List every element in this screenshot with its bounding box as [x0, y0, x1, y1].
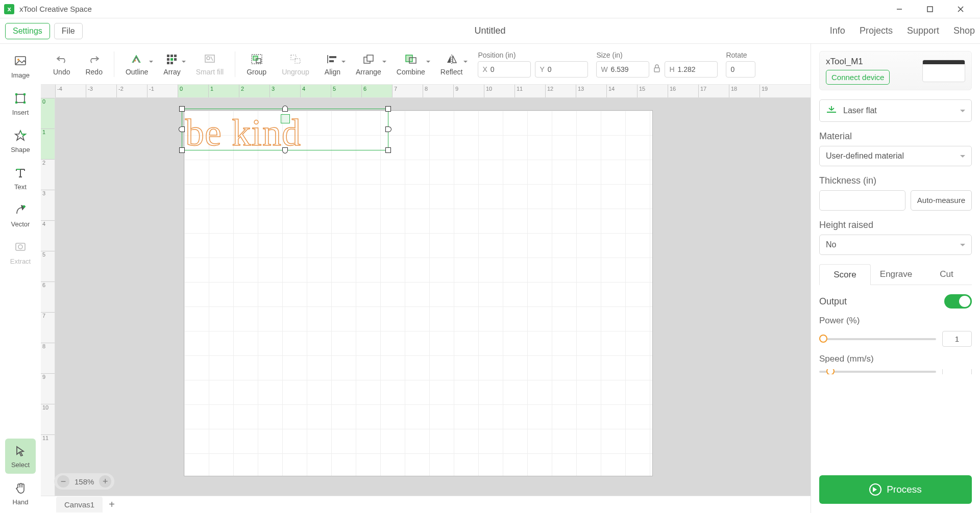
resize-handle-tr[interactable] — [385, 106, 391, 112]
thickness-input[interactable] — [819, 190, 905, 211]
svg-rect-34 — [367, 55, 373, 61]
tool-select[interactable]: Select — [5, 439, 36, 474]
height-raised-label: Height raised — [819, 220, 972, 230]
speed-slider[interactable] — [819, 371, 936, 373]
ungroup-button[interactable]: Ungroup — [275, 49, 316, 79]
speed-label: Speed (mm/s) — [819, 354, 972, 364]
size-w-input[interactable]: W6.539 — [596, 61, 649, 78]
laser-flat-icon — [826, 105, 837, 116]
canvas-tabs: Canvas1 + — [41, 496, 811, 513]
device-name: xTool_M1 — [826, 57, 890, 67]
settings-button[interactable]: Settings — [5, 23, 50, 39]
nav-info[interactable]: Info — [830, 25, 845, 36]
tool-image[interactable]: Image — [5, 49, 36, 84]
maximize-button[interactable] — [915, 0, 945, 18]
nav-projects[interactable]: Projects — [860, 25, 893, 36]
position-group: Position (in) X0 Y0 — [478, 51, 588, 78]
tab-score[interactable]: Score — [819, 264, 871, 285]
vertical-ruler: 01234567891011 — [41, 98, 55, 496]
tab-engrave[interactable]: Engrave — [871, 264, 921, 285]
nav-shop[interactable]: Shop — [953, 25, 975, 36]
close-button[interactable] — [945, 0, 976, 18]
resize-handle-ml[interactable] — [179, 126, 185, 132]
zoom-in-button[interactable]: + — [99, 475, 111, 488]
svg-rect-32 — [329, 60, 334, 62]
group-button[interactable]: Group — [239, 49, 274, 79]
svg-rect-21 — [167, 62, 169, 64]
tool-extract[interactable]: Extract — [5, 235, 36, 270]
svg-rect-29 — [295, 59, 300, 63]
svg-rect-22 — [170, 62, 173, 64]
zoom-value[interactable]: 158% — [75, 477, 94, 486]
mode-select[interactable]: Laser flat — [819, 99, 972, 122]
tab-cut[interactable]: Cut — [921, 264, 972, 285]
svg-rect-20 — [174, 58, 177, 61]
zoom-control: − 158% + — [54, 473, 114, 490]
svg-rect-31 — [329, 56, 336, 58]
power-slider[interactable] — [819, 338, 936, 340]
svg-rect-9 — [15, 101, 17, 104]
resize-handle-br[interactable] — [385, 147, 391, 153]
outline-button[interactable]: Outline — [118, 49, 155, 79]
material-select[interactable]: User-defined material — [819, 146, 972, 166]
speed-slider-thumb[interactable] — [826, 369, 835, 374]
left-tool-rail: Image Insert Shape Text Vector Extract S… — [0, 44, 41, 513]
tool-shape[interactable]: Shape — [5, 123, 36, 159]
speed-value-input[interactable] — [942, 369, 972, 374]
file-button[interactable]: File — [54, 23, 83, 39]
document-title: Untitled — [474, 25, 505, 36]
auto-measure-button[interactable]: Auto-measure — [911, 190, 972, 211]
app-title: xTool Creative Space — [19, 5, 884, 13]
height-raised-select[interactable]: No — [819, 235, 972, 255]
output-toggle[interactable] — [944, 294, 972, 309]
zoom-out-button[interactable]: − — [57, 475, 69, 488]
resize-handle-mr[interactable] — [385, 126, 391, 132]
svg-point-5 — [17, 59, 19, 61]
tool-text[interactable]: Text — [5, 161, 36, 196]
power-slider-thumb[interactable] — [819, 335, 827, 343]
resize-handle-bl[interactable] — [179, 147, 185, 153]
selection-bounds[interactable] — [182, 109, 388, 150]
rotate-input[interactable]: 0 — [726, 61, 755, 78]
position-y-input[interactable]: Y0 — [535, 61, 588, 78]
undo-button[interactable]: Undo — [46, 49, 77, 79]
app-icon: x — [4, 4, 14, 14]
artboard[interactable] — [184, 110, 653, 476]
reflect-button[interactable]: Reflect — [433, 49, 470, 79]
svg-rect-26 — [253, 56, 258, 60]
size-h-input[interactable]: H1.282 — [665, 61, 718, 78]
size-group: Size (in) W6.539 H1.282 — [596, 51, 718, 78]
power-label: Power (%) — [819, 316, 972, 326]
redo-button[interactable]: Redo — [78, 49, 109, 79]
top-toolbar: Undo Redo Outline Array Smart fill Group… — [41, 44, 811, 85]
smartfill-button[interactable]: Smart fill — [189, 49, 231, 79]
add-canvas-button[interactable]: + — [103, 497, 121, 512]
menu-bar: Settings File Untitled Info Projects Sup… — [0, 18, 980, 44]
power-value-input[interactable]: 1 — [942, 331, 972, 347]
tool-vector[interactable]: Vector — [5, 198, 36, 233]
svg-point-13 — [18, 245, 22, 249]
combine-button[interactable]: Combine — [389, 49, 432, 79]
nav-support[interactable]: Support — [907, 25, 939, 36]
tool-hand[interactable]: Hand — [5, 476, 36, 511]
position-x-input[interactable]: X0 — [478, 61, 531, 78]
svg-rect-10 — [23, 101, 26, 104]
arrange-button[interactable]: Arrange — [349, 49, 388, 79]
canvas-workspace[interactable]: -4-3-2-1012345678910111213141516171819 0… — [41, 85, 811, 513]
svg-rect-19 — [170, 58, 173, 61]
resize-handle-bm[interactable] — [282, 147, 288, 153]
svg-point-14 — [135, 60, 136, 61]
right-panel: xTool_M1 Connect device Laser flat Mater… — [811, 44, 980, 513]
rotate-handle[interactable] — [281, 114, 290, 123]
connect-device-button[interactable]: Connect device — [826, 70, 890, 85]
lock-aspect-icon[interactable] — [653, 64, 660, 74]
align-button[interactable]: Align — [317, 49, 348, 79]
array-button[interactable]: Array — [156, 49, 187, 79]
resize-handle-tl[interactable] — [179, 106, 185, 112]
resize-handle-tm[interactable] — [282, 106, 288, 112]
tool-insert[interactable]: Insert — [5, 86, 36, 121]
window-titlebar: x xTool Creative Space — [0, 0, 980, 18]
minimize-button[interactable] — [884, 0, 915, 18]
process-button[interactable]: Process — [819, 475, 972, 504]
canvas-tab-1[interactable]: Canvas1 — [56, 497, 103, 512]
